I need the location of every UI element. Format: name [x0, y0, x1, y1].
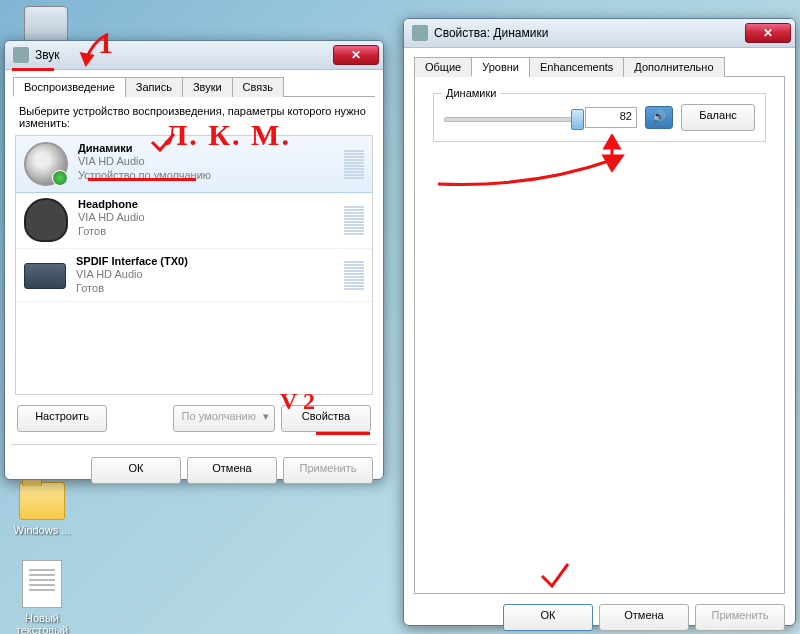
device-list: ✓ Динамики VIA HD Audio Устройство по ум…: [15, 135, 373, 395]
tab-general[interactable]: Общие: [414, 57, 472, 77]
default-check-icon: ✓: [52, 170, 68, 186]
tab-recording[interactable]: Запись: [125, 77, 183, 97]
volume-value[interactable]: 82: [585, 107, 637, 128]
tabs: Воспроизведение Запись Звуки Связь: [13, 76, 375, 97]
device-item-spdif[interactable]: SPDIF Interface (TX0) VIA HD Audio Готов: [16, 249, 372, 302]
tab-playback[interactable]: Воспроизведение: [13, 77, 126, 97]
device-driver: VIA HD Audio: [78, 154, 344, 168]
close-button[interactable]: ✕: [333, 45, 379, 65]
close-button[interactable]: ✕: [745, 23, 791, 43]
spdif-icon: [24, 263, 66, 289]
desktop-icon-label: Windows ...: [10, 524, 74, 536]
device-status: Готов: [78, 224, 344, 238]
textfile-icon: [22, 560, 62, 608]
desktop-icon-label: Новый текстовый ...: [10, 612, 74, 634]
device-driver: VIA HD Audio: [78, 210, 344, 224]
device-status: Устройство по умолчанию: [78, 168, 344, 182]
tab-sounds[interactable]: Звуки: [182, 77, 233, 97]
speaker-app-icon: [13, 47, 29, 63]
volume-slider[interactable]: [444, 107, 577, 129]
properties-button[interactable]: Свойства: [281, 405, 371, 432]
cancel-button[interactable]: Отмена: [599, 604, 689, 631]
volume-group: Динамики 82 🔊 Баланс: [433, 93, 766, 142]
level-meter: [344, 255, 364, 295]
mute-button[interactable]: 🔊: [645, 106, 673, 129]
sound-window: Звук ✕ Воспроизведение Запись Звуки Связ…: [4, 40, 384, 480]
cancel-button[interactable]: Отмена: [187, 457, 277, 484]
titlebar[interactable]: Звук ✕: [5, 41, 383, 70]
instruction-text: Выберите устройство воспроизведения, пар…: [5, 97, 383, 135]
configure-button[interactable]: Настроить: [17, 405, 107, 432]
desktop-textfile[interactable]: Новый текстовый ...: [10, 560, 74, 634]
set-default-dropdown[interactable]: По умолчанию: [173, 405, 275, 432]
window-title: Свойства: Динамики: [434, 26, 745, 40]
device-name: SPDIF Interface (TX0): [76, 255, 344, 267]
tab-communications[interactable]: Связь: [232, 77, 284, 97]
tab-advanced[interactable]: Дополнительно: [623, 57, 724, 77]
speaker-app-icon: [412, 25, 428, 41]
headphone-icon: [24, 198, 68, 242]
ok-button[interactable]: ОК: [91, 457, 181, 484]
titlebar[interactable]: Свойства: Динамики ✕: [404, 19, 795, 48]
level-meter: [344, 198, 364, 242]
device-name: Динамики: [78, 142, 344, 154]
tab-levels[interactable]: Уровни: [471, 57, 530, 77]
balance-button[interactable]: Баланс: [681, 104, 755, 131]
tab-enhancements[interactable]: Enhancements: [529, 57, 624, 77]
level-meter: [344, 142, 364, 186]
ok-button[interactable]: ОК: [503, 604, 593, 631]
window-title: Звук: [35, 48, 333, 62]
speaker-icon: ✓: [24, 142, 68, 186]
group-label: Динамики: [442, 87, 500, 99]
apply-button[interactable]: Применить: [283, 457, 373, 484]
device-driver: VIA HD Audio: [76, 267, 344, 281]
apply-button[interactable]: Применить: [695, 604, 785, 631]
device-item-headphone[interactable]: Headphone VIA HD Audio Готов: [16, 192, 372, 249]
properties-window: Свойства: Динамики ✕ Общие Уровни Enhanc…: [403, 18, 796, 626]
device-status: Готов: [76, 281, 344, 295]
device-item-speakers[interactable]: ✓ Динамики VIA HD Audio Устройство по ум…: [15, 135, 373, 193]
device-name: Headphone: [78, 198, 344, 210]
